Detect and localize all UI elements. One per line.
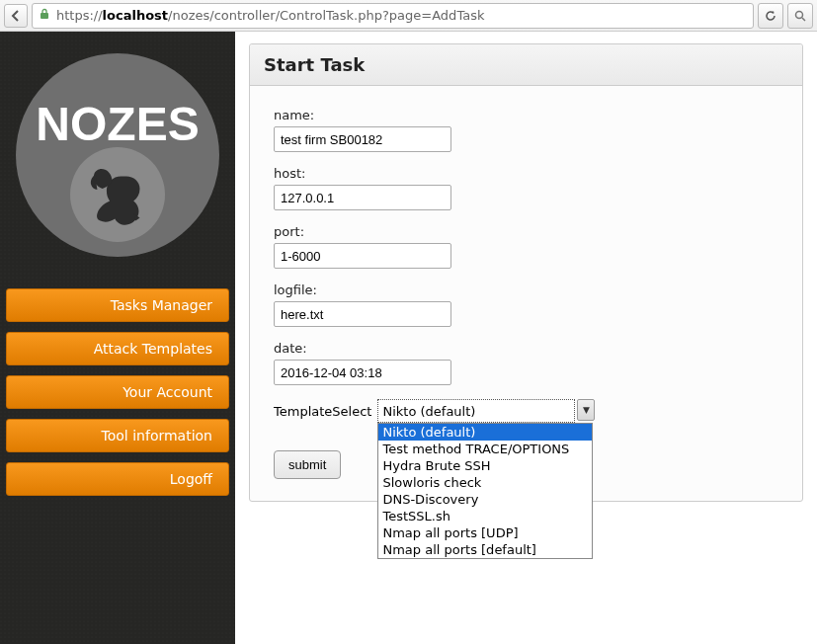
template-option[interactable]: Nmap all ports [UDP] bbox=[378, 524, 592, 541]
date-label: date: bbox=[274, 341, 778, 356]
svg-text:NOZES: NOZES bbox=[36, 98, 199, 150]
name-label: name: bbox=[274, 108, 778, 122]
reload-button[interactable] bbox=[758, 3, 783, 29]
template-dropdown: Nikto (default)Test method TRACE/OPTIONS… bbox=[377, 423, 593, 559]
svg-point-1 bbox=[796, 11, 803, 18]
sidebar-item-label: Your Account bbox=[123, 384, 212, 400]
sidebar-item-tasks-manager[interactable]: Tasks Manager bbox=[6, 288, 229, 322]
sidebar-item-label: Logoff bbox=[170, 471, 212, 487]
sidebar-item-label: Tasks Manager bbox=[111, 297, 212, 313]
template-option[interactable]: Hydra Brute SSH bbox=[378, 457, 592, 474]
content: Start Task name: host: port: logfile: bbox=[235, 32, 817, 644]
sidebar-item-label: Attack Templates bbox=[94, 341, 212, 357]
port-label: port: bbox=[274, 224, 778, 239]
sidebar-item-logoff[interactable]: Logoff bbox=[6, 462, 229, 496]
template-select[interactable]: Nikto (default) bbox=[377, 399, 575, 423]
sidebar-item-label: Tool information bbox=[102, 428, 212, 443]
url-text: https://localhost/nozes/controller/Contr… bbox=[56, 8, 747, 23]
lock-icon bbox=[39, 8, 50, 23]
sidebar: NOZES Tasks Manager Attack Templates You… bbox=[0, 32, 235, 644]
template-option[interactable]: Test method TRACE/OPTIONS bbox=[378, 441, 592, 457]
panel-header: Start Task bbox=[250, 44, 802, 86]
sidebar-menu: Tasks Manager Attack Templates Your Acco… bbox=[0, 288, 235, 496]
date-input[interactable] bbox=[274, 360, 451, 385]
template-option[interactable]: Nikto (default) bbox=[378, 424, 592, 441]
logfile-input[interactable] bbox=[274, 301, 451, 327]
template-label: TemplateSelect bbox=[274, 404, 371, 419]
template-option[interactable]: TestSSL.sh bbox=[378, 508, 592, 524]
sidebar-item-your-account[interactable]: Your Account bbox=[6, 375, 229, 409]
port-input[interactable] bbox=[274, 243, 451, 269]
template-option[interactable]: Nmap all ports [default] bbox=[378, 541, 592, 558]
host-label: host: bbox=[274, 166, 778, 181]
start-task-panel: Start Task name: host: port: logfile: bbox=[249, 43, 803, 502]
logo: NOZES bbox=[14, 51, 221, 259]
sidebar-item-tool-information[interactable]: Tool information bbox=[6, 419, 229, 452]
name-input[interactable] bbox=[274, 126, 451, 152]
svg-rect-0 bbox=[41, 13, 48, 19]
search-button[interactable] bbox=[787, 3, 813, 29]
logfile-label: logfile: bbox=[274, 282, 778, 297]
host-input[interactable] bbox=[274, 185, 451, 210]
browser-toolbar: https://localhost/nozes/controller/Contr… bbox=[0, 0, 817, 32]
chevron-down-icon[interactable]: ▼ bbox=[577, 399, 595, 421]
panel-title: Start Task bbox=[264, 54, 788, 75]
sidebar-item-attack-templates[interactable]: Attack Templates bbox=[6, 332, 229, 365]
template-selected-text: Nikto (default) bbox=[382, 404, 570, 419]
back-button[interactable] bbox=[4, 4, 28, 28]
submit-button[interactable]: submit bbox=[274, 450, 341, 479]
url-bar[interactable]: https://localhost/nozes/controller/Contr… bbox=[32, 3, 754, 29]
svg-line-2 bbox=[802, 18, 805, 21]
template-option[interactable]: DNS-Discovery bbox=[378, 491, 592, 508]
template-option[interactable]: Slowloris check bbox=[378, 474, 592, 491]
